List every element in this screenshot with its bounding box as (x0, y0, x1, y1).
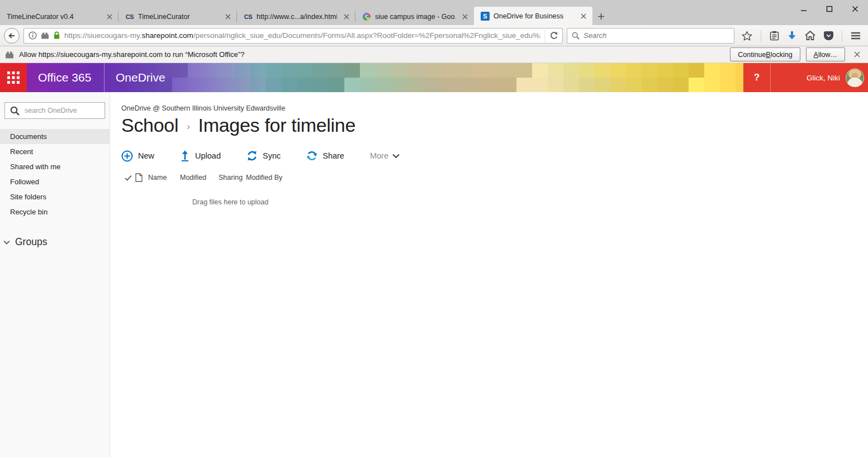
main-content: OneDrive @ Southern Illinois University … (110, 92, 868, 458)
tab-close-icon[interactable] (104, 11, 115, 22)
window-controls (791, 0, 868, 18)
office365-suite-bar: Office 365 OneDrive ? Glick, Niki (0, 63, 868, 92)
sidebar-item-recycle-bin[interactable]: Recycle bin (0, 204, 110, 219)
toolbar-divider (761, 30, 761, 41)
tab-onedrive-active[interactable]: S OneDrive for Business (474, 7, 592, 25)
menu-hamburger-icon[interactable] (851, 32, 861, 40)
sync-arrows-icon (246, 150, 258, 161)
more-button[interactable]: More (370, 151, 400, 160)
cs-favicon: CS (244, 12, 253, 21)
tab-index-html[interactable]: CS http://www.c...a/index.html (237, 8, 355, 25)
tab-google-search[interactable]: siue campus image - Goo... (355, 8, 474, 25)
browser-window: TimeLineCurator v0.4 CS TimeLineCurator … (0, 0, 868, 459)
info-icon[interactable] (29, 31, 37, 40)
select-all-checkmark[interactable] (121, 175, 135, 181)
groups-label: Groups (15, 236, 47, 248)
google-favicon (362, 12, 371, 21)
new-button[interactable]: New (121, 150, 154, 162)
user-menu[interactable]: Glick, Niki (771, 63, 868, 92)
bookmarks-menu-icon[interactable] (770, 31, 779, 41)
upload-button[interactable]: Upload (180, 150, 221, 161)
notification-close-icon[interactable] (851, 49, 863, 61)
back-button[interactable] (4, 28, 20, 44)
onedrive-search-box[interactable] (4, 102, 105, 119)
upload-arrow-icon (180, 150, 190, 161)
breadcrumb-parent[interactable]: School (121, 114, 178, 136)
notification-message: Allow https://siuecougars-my.sharepoint.… (19, 50, 244, 59)
lock-icon[interactable] (53, 31, 60, 40)
org-title: OneDrive @ Southern Illinois University … (121, 104, 868, 112)
drag-files-message: Drag files here to upload (192, 198, 868, 206)
allow-button[interactable]: Allow… (806, 47, 845, 61)
toolbar-divider (842, 30, 842, 41)
column-header-modified-by[interactable]: Modified By (246, 174, 282, 181)
url-bar[interactable]: https://siuecougars-my.sharepoint.com/pe… (23, 28, 563, 44)
toolbar-icons (738, 30, 864, 41)
tab-label: siue campus image - Goo... (375, 13, 456, 21)
tab-close-icon[interactable] (222, 11, 234, 22)
search-icon (572, 32, 580, 40)
page-body: Documents Recent Shared with me Followed… (0, 92, 868, 458)
new-tab-button[interactable] (592, 8, 609, 25)
sync-button[interactable]: Sync (246, 150, 281, 161)
reload-button[interactable] (544, 30, 558, 41)
tab-label: TimeLineCurator (138, 13, 219, 21)
onedrive-search-input[interactable] (25, 107, 99, 114)
help-button[interactable]: ? (743, 63, 770, 92)
sidebar-item-followed[interactable]: Followed (0, 174, 110, 189)
share-circle-icon (306, 150, 317, 161)
tab-close-icon[interactable] (578, 11, 589, 22)
browser-search-box[interactable] (567, 28, 734, 44)
pocket-icon[interactable] (824, 31, 833, 40)
user-name: Glick, Niki (807, 74, 840, 82)
tab-label: OneDrive for Business (494, 12, 574, 20)
maximize-button[interactable] (817, 0, 842, 18)
chevron-down-icon (392, 154, 400, 159)
notification-actions: Continue Blocking Allow… (730, 47, 863, 61)
breadcrumb-current: Images for timeline (198, 114, 356, 136)
url-text[interactable]: https://siuecougars-my.sharepoint.com/pe… (64, 31, 540, 40)
tab-close-icon[interactable] (341, 11, 352, 22)
minimize-button[interactable] (791, 0, 817, 18)
tab-bar: TimeLineCurator v0.4 CS TimeLineCurator … (0, 0, 868, 25)
user-avatar[interactable] (846, 69, 864, 87)
column-header-modified[interactable]: Modified (180, 174, 219, 181)
plugin-brick-icon (5, 51, 14, 59)
new-plus-icon (121, 150, 133, 162)
close-window-button[interactable] (842, 0, 868, 18)
column-header-sharing[interactable]: Sharing (219, 174, 246, 181)
chevron-down-icon (3, 240, 10, 245)
office365-brand[interactable]: Office 365 (38, 63, 91, 92)
bookmark-star-icon[interactable] (742, 31, 752, 41)
page-title: School › Images for timeline (121, 114, 868, 136)
breadcrumb-separator-icon: › (187, 121, 189, 132)
onedrive-app-title[interactable]: OneDrive (116, 63, 165, 92)
search-icon (10, 106, 20, 116)
tab-timelinecurator[interactable]: CS TimeLineCurator (118, 8, 237, 25)
file-list-header: Name Modified Sharing Modified By (121, 172, 868, 183)
browser-toolbar: https://siuecougars-my.sharepoint.com/pe… (0, 25, 868, 46)
sidebar-item-recent[interactable]: Recent (0, 144, 110, 159)
onedrive-sidebar: Documents Recent Shared with me Followed… (0, 92, 110, 458)
app-launcher-button[interactable] (0, 63, 27, 92)
sharepoint-favicon: S (481, 12, 490, 21)
continue-blocking-button[interactable]: Continue Blocking (730, 47, 800, 61)
command-bar: New Upload Sync Share More (121, 148, 868, 164)
share-button[interactable]: Share (306, 150, 344, 161)
sidebar-item-shared-with-me[interactable]: Shared with me (0, 159, 110, 174)
tab-close-icon[interactable] (459, 11, 471, 22)
cs-favicon: CS (125, 12, 134, 21)
plugin-icon[interactable] (41, 32, 49, 39)
home-icon[interactable] (805, 31, 815, 40)
tab-timelinecurator-v04[interactable]: TimeLineCurator v0.4 (0, 8, 118, 25)
tab-label: http://www.c...a/index.html (257, 13, 337, 21)
tab-label: TimeLineCurator v0.4 (7, 13, 100, 21)
groups-section-toggle[interactable]: Groups (0, 236, 110, 248)
sidebar-item-documents[interactable]: Documents (0, 129, 110, 144)
sidebar-item-site-folders[interactable]: Site folders (0, 189, 110, 204)
downloads-icon[interactable] (788, 31, 796, 40)
column-header-name[interactable]: Name (148, 174, 180, 181)
browser-search-input[interactable] (584, 31, 729, 40)
suitebar-divider (104, 63, 105, 92)
file-type-icon[interactable] (135, 173, 148, 182)
